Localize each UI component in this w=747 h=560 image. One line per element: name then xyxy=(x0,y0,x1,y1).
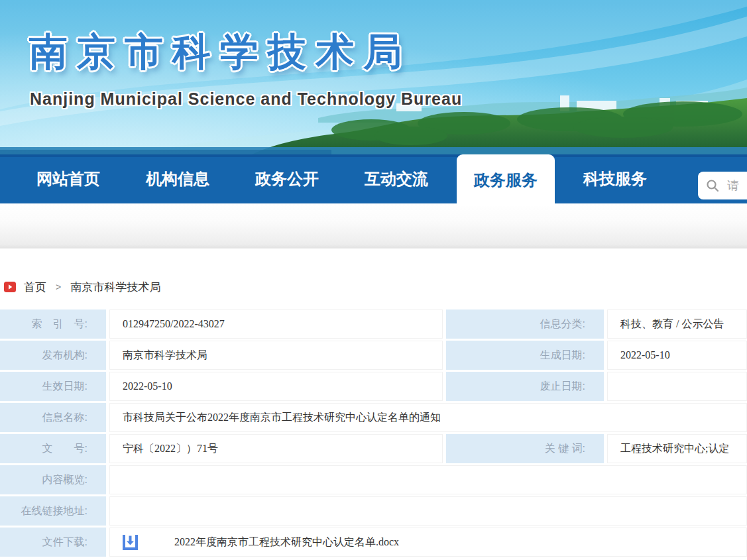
label-content-overview: 内容概览: xyxy=(0,465,106,494)
label-abolition-date: 废止日期: xyxy=(446,372,604,401)
value-content-overview xyxy=(109,465,747,494)
value-file-download: 2022年度南京市工程技术研究中心认定名单.docx xyxy=(109,528,747,557)
breadcrumb-current[interactable]: 南京市科学技术局 xyxy=(70,280,160,295)
nav-item-organization[interactable]: 机构信息 xyxy=(129,154,227,203)
breadcrumb: 首页 > 南京市科学技术局 xyxy=(4,278,747,296)
info-table: 索 引 号: 012947250/2022-43027 信息分类: 科技、教育 … xyxy=(0,309,747,557)
label-document-number: 文 号: xyxy=(0,434,106,463)
subnav-band xyxy=(0,203,747,249)
value-info-name: 市科技局关于公布2022年度南京市工程技术研究中心认定名单的通知 xyxy=(109,403,747,432)
value-index-number: 012947250/2022-43027 xyxy=(109,309,443,339)
value-effective-date: 2022-05-10 xyxy=(109,372,443,401)
main-nav: 网站首页 机构信息 政务公开 互动交流 政务服务 科技服务 xyxy=(0,154,747,203)
home-play-icon xyxy=(4,282,16,292)
search-icon xyxy=(706,179,719,192)
label-info-name: 信息名称: xyxy=(0,403,106,432)
label-online-link: 在线链接地址: xyxy=(0,496,106,526)
search-box[interactable] xyxy=(698,172,747,199)
value-document-number: 宁科〔2022〕）71号 xyxy=(109,434,443,463)
site-title-chinese: 南京市科学技术局 xyxy=(29,27,411,78)
label-keywords: 关 键 词: xyxy=(446,434,604,463)
value-info-category: 科技、教育 / 公示公告 xyxy=(607,309,747,339)
label-file-download: 文件下载: xyxy=(0,528,106,557)
value-keywords: 工程技术研究中心;认定 xyxy=(607,434,747,463)
download-file-link[interactable]: 2022年度南京市工程技术研究中心认定名单.docx xyxy=(174,535,399,549)
site-title-english: Nanjing Municipal Science and Technology… xyxy=(30,89,462,109)
nav-item-home[interactable]: 网站首页 xyxy=(19,154,117,203)
nav-item-interaction[interactable]: 互动交流 xyxy=(347,154,445,203)
label-index-number: 索 引 号: xyxy=(0,309,106,339)
nav-item-gov-disclosure[interactable]: 政务公开 xyxy=(238,154,336,203)
breadcrumb-home-link[interactable]: 首页 xyxy=(24,280,46,295)
label-effective-date: 生效日期: xyxy=(0,372,106,401)
value-generation-date: 2022-05-10 xyxy=(607,341,747,370)
nav-item-tech-services[interactable]: 科技服务 xyxy=(566,154,664,203)
site-banner: 南京市科学技术局 Nanjing Municipal Science and T… xyxy=(0,0,747,154)
value-online-link xyxy=(109,496,747,526)
nav-items: 网站首页 机构信息 政务公开 互动交流 政务服务 科技服务 xyxy=(0,154,747,203)
label-info-category: 信息分类: xyxy=(446,309,604,339)
value-issuing-agency: 南京市科学技术局 xyxy=(109,341,443,370)
label-generation-date: 生成日期: xyxy=(446,341,604,370)
download-icon[interactable] xyxy=(123,533,138,551)
label-issuing-agency: 发布机构: xyxy=(0,341,106,370)
value-abolition-date xyxy=(607,372,747,401)
breadcrumb-separator: > xyxy=(56,282,61,292)
search-input[interactable] xyxy=(726,178,747,194)
nav-item-gov-services-active[interactable]: 政务服务 xyxy=(457,154,555,206)
